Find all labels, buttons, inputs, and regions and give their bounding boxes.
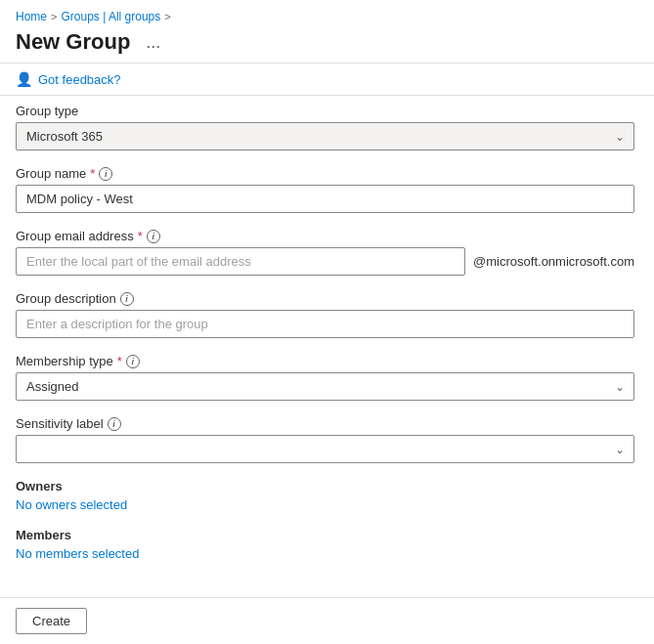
group-name-info-icon[interactable]: i <box>99 167 112 181</box>
membership-type-select[interactable]: Assigned Dynamic User Dynamic Device <box>16 372 634 401</box>
email-suffix: @microsoft.onmicrosoft.com <box>473 254 634 269</box>
breadcrumb-sep-1: > <box>51 11 57 22</box>
sensitivity-label-section: Sensitivity label i ⌄ <box>16 416 634 463</box>
sensitivity-label-info-icon[interactable]: i <box>108 417 121 431</box>
group-name-label: Group name * i <box>16 166 634 181</box>
breadcrumb-home[interactable]: Home <box>16 10 47 23</box>
group-description-label: Group description i <box>16 291 634 306</box>
breadcrumb: Home > Groups | All groups > <box>0 0 654 27</box>
group-email-info-icon[interactable]: i <box>147 230 160 243</box>
group-email-label: Group email address * i <box>16 229 634 243</box>
group-type-select-wrapper: Microsoft 365 Security Mail-enabled secu… <box>16 122 634 150</box>
group-email-section: Group email address * i @microsoft.onmic… <box>16 229 634 276</box>
membership-type-info-icon[interactable]: i <box>126 355 140 368</box>
group-type-label: Group type <box>16 104 634 118</box>
email-row: @microsoft.onmicrosoft.com <box>16 247 634 276</box>
feedback-icon: 👤 <box>16 71 32 87</box>
sensitivity-label-label: Sensitivity label i <box>16 416 634 431</box>
group-name-input[interactable] <box>16 185 634 213</box>
group-description-input[interactable] <box>16 310 634 338</box>
members-section: Members No members selected <box>16 528 634 561</box>
page-title: New Group <box>16 29 130 55</box>
group-name-section: Group name * i <box>16 166 634 213</box>
owners-section: Owners No owners selected <box>16 479 634 512</box>
members-heading: Members <box>16 528 634 542</box>
content-area[interactable]: Group type Microsoft 365 Security Mail-e… <box>0 96 654 597</box>
membership-type-label: Membership type * i <box>16 354 634 368</box>
members-empty-link[interactable]: No members selected <box>16 546 139 561</box>
membership-type-required: * <box>117 354 122 368</box>
feedback-label: Got feedback? <box>38 72 121 87</box>
ellipsis-button[interactable]: ... <box>140 30 166 55</box>
group-email-required: * <box>138 229 143 243</box>
membership-type-select-wrapper: Assigned Dynamic User Dynamic Device ⌄ <box>16 372 634 401</box>
group-type-section: Group type Microsoft 365 Security Mail-e… <box>16 104 634 150</box>
group-description-info-icon[interactable]: i <box>120 292 134 306</box>
sensitivity-label-select[interactable] <box>16 435 634 463</box>
breadcrumb-sep-2: > <box>164 11 170 22</box>
breadcrumb-groups[interactable]: Groups | All groups <box>61 10 160 23</box>
group-email-input[interactable] <box>16 247 465 276</box>
owners-heading: Owners <box>16 479 634 494</box>
group-name-required: * <box>90 166 95 181</box>
bottom-bar: Create <box>0 597 654 644</box>
membership-type-section: Membership type * i Assigned Dynamic Use… <box>16 354 634 401</box>
sensitivity-label-select-wrapper: ⌄ <box>16 435 634 463</box>
page-title-row: New Group ... <box>0 27 654 63</box>
group-description-section: Group description i <box>16 291 634 338</box>
page-wrapper: Home > Groups | All groups > New Group .… <box>0 0 654 644</box>
feedback-bar[interactable]: 👤 Got feedback? <box>0 64 654 95</box>
create-button[interactable]: Create <box>16 608 87 634</box>
group-type-select[interactable]: Microsoft 365 Security Mail-enabled secu… <box>16 122 634 150</box>
owners-empty-link[interactable]: No owners selected <box>16 497 127 512</box>
